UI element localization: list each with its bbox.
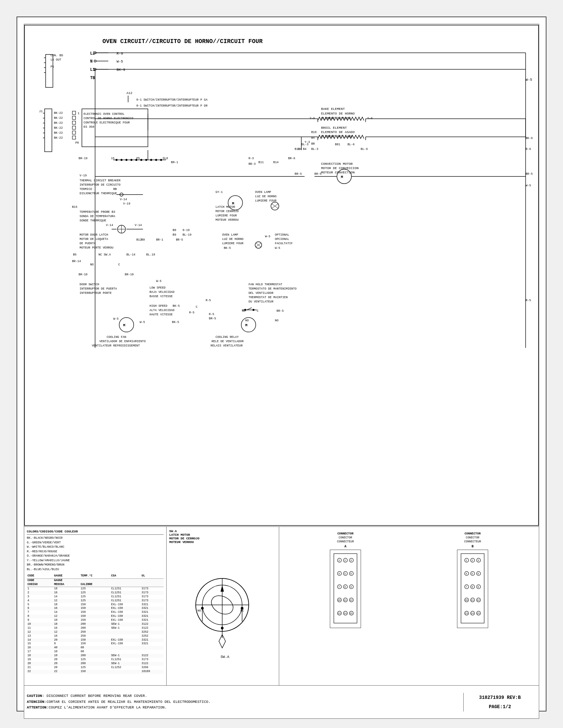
svg-text:LUMIERE FOUR: LUMIERE FOUR xyxy=(222,242,244,245)
svg-text:LATCH MOTOR: LATCH MOTOR xyxy=(215,205,235,209)
svg-text:ELEMENTO DE ASADO: ELEMENTO DE ASADO xyxy=(321,130,355,134)
svg-text:Y-6: Y-6 xyxy=(310,117,315,120)
svg-text:9: 9 xyxy=(478,586,479,588)
table-row: 812150EXL-1503321 xyxy=(27,614,164,618)
svg-text:COOLING FAN: COOLING FAN xyxy=(107,336,126,339)
table-row: 171060 xyxy=(27,650,164,654)
svg-text:CONTROLE ELECTRONIQUE FOUR: CONTROLE ELECTRONIQUE FOUR xyxy=(83,121,130,124)
svg-text:B11: B11 xyxy=(258,161,263,164)
color-bk: BK.-BLACK/NEGRO/NOIR xyxy=(27,536,164,541)
svg-text:P1: P1 xyxy=(51,65,54,68)
rev-block: 318271939 REV:B PAGE:1/2 xyxy=(463,693,536,711)
table-row: 12122503252 xyxy=(27,630,164,634)
caution-line1: CAUTION: DISCONNECT CURRENT BEFORE REMOV… xyxy=(27,693,463,699)
svg-text:BB: BB xyxy=(113,188,117,191)
svg-text:ALTA VELOCIDAD: ALTA VELOCIDAD xyxy=(150,309,174,312)
svg-text:BR-5: BR-5 xyxy=(209,317,216,320)
svg-text:DEL VENTILADOR: DEL VENTILADOR xyxy=(248,292,273,295)
svg-text:BL-3: BL-3 xyxy=(302,143,309,146)
svg-text:BAKE ELEMENT: BAKE ELEMENT xyxy=(321,107,345,111)
caution-label: CAUTION xyxy=(27,694,42,698)
svg-text:W-5: W-5 xyxy=(526,184,531,187)
svg-text:BAJA VELOCIDAD: BAJA VELOCIDAD xyxy=(150,291,174,294)
svg-text:14: 14 xyxy=(471,612,474,615)
svg-text:NC  SW.A: NC SW.A xyxy=(98,253,111,256)
color-g: G.-GREEN/VERDE/VERT xyxy=(27,541,164,545)
color-br: BR.-BROWN/MORENO/BRUN xyxy=(27,563,164,568)
svg-text:SONDA DE TEMPERATURA: SONDA DE TEMPERATURA xyxy=(79,215,115,218)
svg-text:COOLING RELAY: COOLING RELAY xyxy=(215,336,239,339)
colors-title: COLORS/CODIGOS/CODE COULEUR xyxy=(27,529,164,535)
svg-text:DISJONCTEUR THERMIQUE: DISJONCTEUR THERMIQUE xyxy=(79,192,117,195)
connector-a-block: CONNECTOR CONECTOR CONNECTEUR A 1 xyxy=(330,532,361,628)
svg-text:R-3: R-3 xyxy=(248,157,254,160)
color-bl: BL.-BLUE/AZUL/BLEU xyxy=(27,568,164,572)
table-row: 164060 xyxy=(27,646,164,650)
svg-text:MOTOR DE CONVECCION: MOTOR DE CONVECCION xyxy=(321,166,359,170)
col-ul2 xyxy=(141,579,164,587)
table-row: 1018200SEW-13122 xyxy=(27,622,164,626)
color-codes: BK.-BLACK/NEGRO/NOIR G.-GREEN/VERDE/VERT… xyxy=(27,536,164,572)
svg-text:5: 5 xyxy=(472,572,473,575)
svg-text:VENTILATEUR REFROIDISSEMENT: VENTILATEUR REFROIDISSEMENT xyxy=(92,344,140,347)
svg-text:LUZ DE HORNO: LUZ DE HORNO xyxy=(255,195,276,198)
svg-text:BR-3: BR-3 xyxy=(248,162,255,166)
svg-point-249 xyxy=(221,627,223,629)
svg-text:LUMIERE FOUR: LUMIERE FOUR xyxy=(215,214,237,217)
page-info: PAGE:1/2 xyxy=(489,702,511,711)
svg-text:B4: B4 xyxy=(298,148,302,151)
svg-text:W-5: W-5 xyxy=(156,280,161,283)
svg-text:V-14: V-14 xyxy=(120,198,127,201)
svg-text:W-5: W-5 xyxy=(117,60,123,64)
svg-text:0-1  SWITCH/INTERRUPTOR/INTERR: 0-1 SWITCH/INTERRUPTOR/INTERRUPTEUR P DR xyxy=(136,104,208,108)
svg-text:B5: B5 xyxy=(73,253,76,256)
svg-text:N: N xyxy=(90,59,92,64)
svg-text:NO: NO xyxy=(197,609,201,613)
svg-text:MOTOR DOOR LATCH: MOTOR DOOR LATCH xyxy=(79,233,108,237)
svg-text:BK-9: BK-9 xyxy=(117,68,125,72)
svg-text:14: 14 xyxy=(344,612,347,615)
svg-text:13: 13 xyxy=(338,612,341,615)
table-row: 412125CL12513173 xyxy=(27,599,164,603)
svg-text:GY-1: GY-1 xyxy=(215,191,223,194)
svg-text:7: 7 xyxy=(466,586,467,588)
table-row: 1116200SEW-13122 xyxy=(27,626,164,630)
svg-text:BR: BR xyxy=(311,142,315,146)
svg-text:0-19: 0-19 xyxy=(182,229,190,232)
col-temp: TEMP.°C xyxy=(80,574,110,578)
svg-text:B8: B8 xyxy=(172,229,176,232)
svg-text:R-9: R-9 xyxy=(117,52,123,56)
svg-text:BK-22: BK-22 xyxy=(54,126,63,130)
caution-text1: : DISCONNECT CURRENT BEFORE REMOVING REA… xyxy=(42,694,147,698)
svg-text:BL-14: BL-14 xyxy=(126,253,135,256)
svg-text:MOTOR DE LOQUETA: MOTOR DE LOQUETA xyxy=(79,238,108,241)
caution-text-block: CAUTION: DISCONNECT CURRENT BEFORE REMOV… xyxy=(27,693,463,711)
svg-text:SONDE THERMIQUE: SONDE THERMIQUE xyxy=(79,219,106,222)
svg-text:M: M xyxy=(123,323,125,327)
svg-text:DU VENTILATEUR: DU VENTILATEUR xyxy=(248,300,273,303)
svg-text:6: 6 xyxy=(478,572,479,575)
svg-text:DOOR SWITCH: DOOR SWITCH xyxy=(79,283,99,286)
svg-text:BR-1: BR-1 xyxy=(171,161,178,164)
svg-text:OPCIONAL: OPCIONAL xyxy=(275,238,289,241)
table-row: 714150EXL-1503321 xyxy=(27,611,164,614)
svg-text:BK-22: BK-22 xyxy=(54,116,63,120)
legend-sw-section: SW.A LATCH MOTOR MOTOR DE CERROJO MOTEUR… xyxy=(166,527,279,685)
svg-text:BL-6: BL-6 xyxy=(348,143,355,146)
svg-text:THERMAL CIRCUIT BREAKER: THERMAL CIRCUIT BREAKER xyxy=(79,179,120,182)
svg-text:W-5: W-5 xyxy=(140,321,145,324)
svg-text:CONVECTION MOTOR: CONVECTION MOTOR xyxy=(321,162,353,166)
svg-text:6: 6 xyxy=(351,572,352,575)
svg-text:BR-19: BR-19 xyxy=(78,157,87,160)
svg-text:C: C xyxy=(257,309,258,313)
svg-text:BR-14: BR-14 xyxy=(72,260,81,263)
svg-point-247 xyxy=(201,607,204,610)
svg-text:THERMOSTAT DE MAINTIEN: THERMOSTAT DE MAINTIEN xyxy=(248,296,288,299)
svg-text:BK-6: BK-6 xyxy=(526,137,533,140)
wire-table: CODE GAUGE TEMP.°C CSA UL CODECODIGO GAU… xyxy=(27,574,164,673)
connector-a-svg: 1 2 3 4 5 6 xyxy=(332,552,359,625)
svg-text:BK-5: BK-5 xyxy=(172,304,180,308)
table-row: 616150EXL-1503321 xyxy=(27,607,164,611)
svg-text:INTERRUPTEUR PORTE: INTERRUPTEUR PORTE xyxy=(79,292,112,295)
svg-text:R-5: R-5 xyxy=(526,299,531,302)
